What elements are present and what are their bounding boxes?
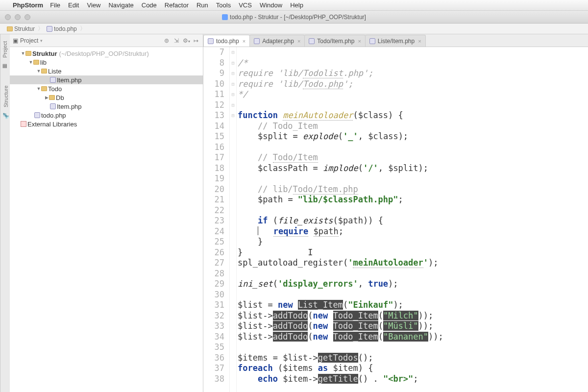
project-panel-header: ▣ Project ▾ ⊚ ⇲ ⚙▾ ↦ [10, 34, 203, 47]
editor-tabs: todo.php × Adapter.php × Todo/Item.php ×… [203, 34, 588, 47]
close-icon[interactable]: × [358, 38, 361, 44]
folder-icon [33, 60, 39, 65]
tree-todo-item[interactable]: Item.php [10, 102, 203, 111]
crumb-struktur[interactable]: Struktur [5, 25, 37, 32]
tab-label: Todo/Item.php [317, 38, 354, 45]
tree-root[interactable]: ▼ Struktur (~/Desktop/PHP_OOP/Struktur) [10, 49, 203, 58]
tab-label: Liste/Item.php [378, 38, 415, 45]
tool-window-bar-left: 🔩 Structure ▦ Project [0, 34, 10, 392]
gear-icon[interactable]: ⚙▾ [182, 37, 190, 44]
menu-run[interactable]: Run [196, 1, 208, 9]
tree-label: todo.php [41, 112, 66, 119]
php-file-icon [208, 38, 214, 44]
window-title: todo.php - Struktur - [~/Desktop/PHP_OOP… [230, 14, 366, 21]
folder-icon [25, 51, 31, 56]
tree-label: Struktur [32, 50, 57, 57]
crumb-todo[interactable]: todo.php [45, 25, 79, 32]
tree-label: Db [56, 94, 64, 101]
tree-todophp[interactable]: todo.php [10, 111, 203, 120]
tab-adapter[interactable]: Adapter.php × [249, 35, 305, 47]
close-icon[interactable]: × [243, 38, 245, 44]
close-window-icon[interactable] [5, 14, 11, 20]
project-toolwindow-button[interactable]: ▦ Project [0, 37, 10, 74]
tree-liste[interactable]: ▼ Liste [10, 67, 203, 75]
project-view-icon: ▣ [13, 37, 18, 44]
hide-panel-icon[interactable]: ↦ [192, 37, 200, 44]
menu-navigate[interactable]: Navigate [108, 1, 133, 9]
chevron-right-icon: 〉 [38, 24, 44, 33]
folder-icon [41, 86, 47, 91]
tab-todo[interactable]: todo.php × [203, 35, 250, 47]
menu-code[interactable]: Code [142, 1, 157, 9]
structure-toolwindow-button[interactable]: 🔩 Structure [0, 81, 10, 123]
tree-label: External Libraries [27, 121, 77, 128]
fold-gutter[interactable]: ⊟⊟⊟⊟⊟⊟⊟ [230, 47, 237, 392]
php-file-icon [254, 38, 260, 44]
folder-icon [7, 26, 13, 31]
tree-lib[interactable]: ▼ lib [10, 58, 203, 67]
zoom-window-icon[interactable] [24, 14, 30, 20]
folder-icon [49, 95, 55, 100]
tree-todo[interactable]: ▼ Todo [10, 84, 203, 93]
tree-label: Item.php [57, 76, 82, 84]
collapse-all-icon[interactable]: ⇲ [172, 37, 180, 44]
menu-refactor[interactable]: Refactor [165, 1, 189, 9]
tree-hint: (~/Desktop/PHP_OOP/Struktur) [59, 50, 149, 57]
macos-menubar: PhpStorm File Edit View Navigate Code Re… [0, 0, 588, 11]
tab-label: Adapter.php [262, 38, 294, 45]
menu-help[interactable]: Help [290, 1, 303, 9]
breadcrumb: Struktur 〉 todo.php 〉 [0, 24, 588, 34]
titlebar: todo.php - Struktur - [~/Desktop/PHP_OOP… [0, 11, 588, 24]
php-file-icon [50, 77, 56, 83]
chevron-down-icon[interactable]: ▾ [40, 38, 43, 43]
close-icon[interactable]: × [418, 38, 421, 44]
php-file-icon [34, 112, 40, 118]
close-icon[interactable]: × [297, 38, 300, 44]
menu-vcs[interactable]: VCS [239, 1, 252, 9]
crumb-label: Struktur [14, 25, 35, 32]
tree-label: Todo [48, 85, 62, 93]
code-content[interactable]: /*require 'lib/Todolist.php';require 'li… [237, 47, 588, 392]
project-panel: ▣ Project ▾ ⊚ ⇲ ⚙▾ ↦ ▼ Struktur (~/Deskt… [10, 34, 203, 392]
traffic-lights[interactable] [5, 14, 30, 20]
project-tree[interactable]: ▼ Struktur (~/Desktop/PHP_OOP/Struktur) … [10, 47, 203, 130]
tree-db[interactable]: ▶ Db [10, 93, 203, 102]
php-file-icon [50, 103, 56, 109]
app-name[interactable]: PhpStorm [13, 1, 43, 9]
menu-window[interactable]: Window [260, 1, 282, 9]
tree-liste-item[interactable]: Item.php [10, 75, 203, 84]
file-type-icon [222, 14, 228, 20]
project-view-label[interactable]: Project [20, 37, 38, 44]
php-file-icon [369, 38, 375, 44]
folder-icon [41, 69, 47, 74]
editor-area: todo.php × Adapter.php × Todo/Item.php ×… [203, 34, 588, 392]
tree-label: lib [40, 59, 47, 66]
php-file-icon [47, 26, 52, 32]
tree-external-libraries[interactable]: External Libraries [10, 120, 203, 128]
menu-view[interactable]: View [87, 1, 100, 9]
menu-tools[interactable]: Tools [216, 1, 231, 9]
menu-edit[interactable]: Edit [68, 1, 79, 9]
tab-liste-item[interactable]: Liste/Item.php × [365, 35, 426, 47]
library-icon [21, 121, 26, 127]
crumb-label: todo.php [54, 25, 77, 32]
minimize-window-icon[interactable] [15, 14, 21, 20]
tree-label: Liste [48, 68, 61, 75]
scroll-from-source-icon[interactable]: ⊚ [163, 37, 171, 44]
php-file-icon [309, 38, 315, 44]
code-editor[interactable]: 7891011121314151617181920212223242526272… [203, 47, 588, 392]
chevron-right-icon: 〉 [80, 24, 86, 33]
tree-label: Item.php [57, 103, 82, 110]
menu-file[interactable]: File [50, 1, 60, 9]
tab-todo-item[interactable]: Todo/Item.php × [304, 35, 366, 47]
line-number-gutter: 7891011121314151617181920212223242526272… [203, 47, 230, 392]
tab-label: todo.php [216, 38, 239, 45]
